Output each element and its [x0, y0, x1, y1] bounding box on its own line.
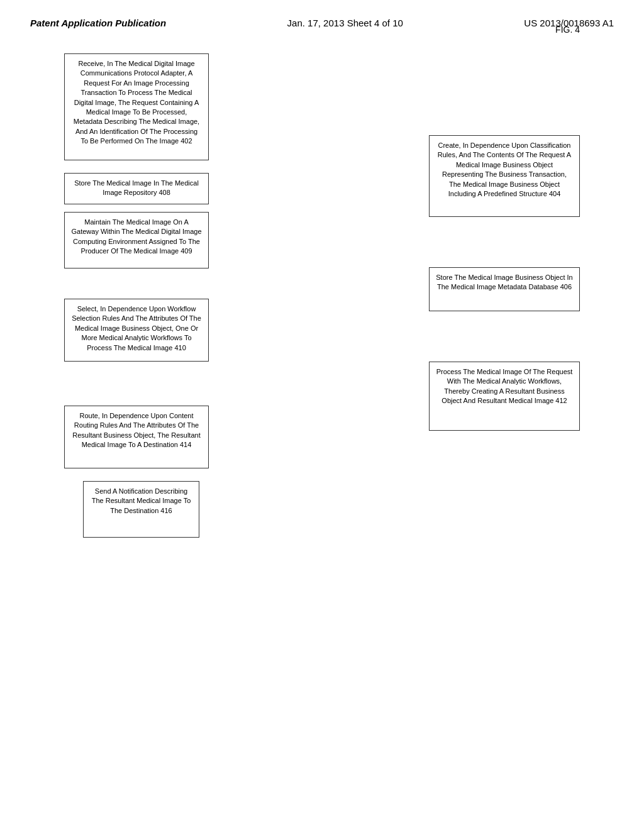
box-416: Send A Notification Describing The Resul… [83, 481, 199, 538]
box-404: Create, In Dependence Upon Classificatio… [429, 135, 580, 217]
box-406: Store The Medical Image Business Object … [429, 267, 580, 311]
box-412-text: Process The Medical Image Of The Request… [436, 368, 573, 404]
header-left: Patent Application Publication [30, 18, 166, 28]
fig-label: FIG. 4 [555, 25, 580, 35]
diagram-area: Receive, In The Medical Digital Image Co… [0, 41, 644, 66]
box-402: Receive, In The Medical Digital Image Co… [64, 53, 209, 160]
box-414-text: Route, In Dependence Upon Content Routin… [72, 412, 200, 448]
box-402-text: Receive, In The Medical Digital Image Co… [74, 60, 199, 145]
box-414: Route, In Dependence Upon Content Routin… [64, 406, 209, 468]
header-center: Jan. 17, 2013 Sheet 4 of 10 [287, 18, 403, 28]
box-410: Select, In Dependence Upon Workflow Sele… [64, 299, 209, 362]
box-416-text: Send A Notification Describing The Resul… [92, 487, 191, 514]
box-410-text: Select, In Dependence Upon Workflow Sele… [72, 305, 201, 351]
box-408-text: Store The Medical Image In The Medical I… [74, 179, 199, 196]
box-409-text: Maintain The Medical Image On A Gateway … [71, 218, 201, 255]
box-409: Maintain The Medical Image On A Gateway … [64, 212, 209, 268]
box-408: Store The Medical Image In The Medical I… [64, 173, 209, 204]
box-406-text: Store The Medical Image Business Object … [436, 274, 572, 290]
box-412: Process The Medical Image Of The Request… [429, 362, 580, 431]
box-404-text: Create, In Dependence Upon Classificatio… [438, 141, 571, 197]
page-header: Patent Application Publication Jan. 17, … [0, 0, 644, 35]
